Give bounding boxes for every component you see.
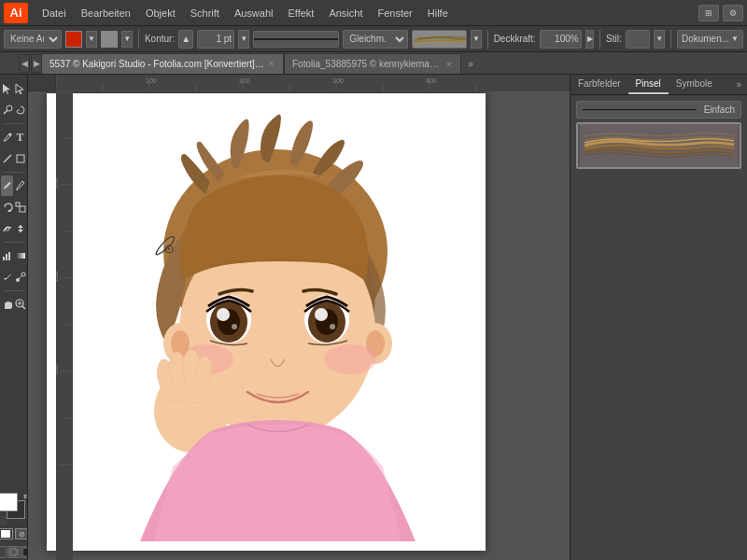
menu-bearbeiten[interactable]: Bearbeiten xyxy=(75,5,137,21)
svg-marker-2 xyxy=(16,84,23,94)
rect-tool[interactable] xyxy=(14,148,26,169)
svg-point-41 xyxy=(330,324,335,329)
opacity-arrow[interactable]: ▶ xyxy=(585,30,595,49)
svg-point-40 xyxy=(315,308,328,321)
tab-next-arrow[interactable]: ▶ xyxy=(31,54,42,73)
brush-dropdown-arrow[interactable]: ▼ xyxy=(471,30,482,49)
stroke-style-dropdown[interactable]: Gleichm. xyxy=(343,30,408,49)
gradient-tool[interactable] xyxy=(14,245,26,266)
color-mode-solid[interactable] xyxy=(0,528,13,539)
stroke-weight-arrow[interactable]: ▼ xyxy=(238,30,249,49)
stroke-weight-input[interactable] xyxy=(197,30,234,49)
fill-color-box[interactable] xyxy=(101,31,118,48)
ruler-corner xyxy=(28,75,56,91)
svg-text:200: 200 xyxy=(239,77,250,84)
eyedropper-tool[interactable] xyxy=(1,267,13,287)
brush-preview-bar[interactable] xyxy=(412,30,466,49)
tab-1[interactable]: 5537 © Kakigori Studio - Fotolia.com [Ko… xyxy=(41,53,284,74)
options-bar: Keine Auswahl ▼ ▼ Kontur: ▲ ▼ Gleichm. xyxy=(0,26,747,52)
svg-text:100: 100 xyxy=(146,77,157,84)
document-info[interactable]: Dokumen... ▼ xyxy=(677,30,743,49)
stil-arrow[interactable]: ▼ xyxy=(654,30,665,49)
right-panel: Farbfelder Pinsel Symbole » Einfach xyxy=(570,75,747,560)
normal-mode-btn[interactable] xyxy=(0,546,7,558)
ruler-vertical: 100 200 300 xyxy=(56,91,73,560)
panel-content: Einfach xyxy=(571,95,747,560)
document-label: Dokumen... xyxy=(682,34,729,44)
svg-rect-62 xyxy=(56,91,73,560)
type-tool[interactable]: T xyxy=(14,127,26,147)
svg-text:100: 100 xyxy=(56,177,59,189)
line-tool[interactable] xyxy=(1,148,13,169)
pen-tool[interactable] xyxy=(1,127,13,147)
panel-tabs-arrow[interactable]: » xyxy=(730,76,747,93)
svg-point-22 xyxy=(10,549,18,556)
svg-rect-10 xyxy=(16,203,20,206)
menu-bar: Ai Datei Bearbeiten Objekt Schrift Auswa… xyxy=(0,0,747,26)
select-tool[interactable] xyxy=(1,78,13,99)
brush-preview-hair[interactable] xyxy=(576,122,741,169)
tab-1-close[interactable]: ✕ xyxy=(268,59,275,68)
menu-effekt[interactable]: Effekt xyxy=(281,5,320,21)
stil-preview[interactable] xyxy=(626,30,650,49)
screen-mode-icon[interactable]: ⊞ xyxy=(698,5,719,21)
tab-prev-arrow[interactable]: ◀ xyxy=(19,54,30,73)
edit-mode-buttons xyxy=(0,546,28,558)
brush-entry-einfach[interactable]: Einfach xyxy=(576,101,741,119)
foreground-color-chip[interactable] xyxy=(0,493,18,511)
opacity-input[interactable] xyxy=(540,30,582,49)
svg-rect-7 xyxy=(17,155,24,162)
menu-auswahl[interactable]: Auswahl xyxy=(228,5,280,21)
menu-datei[interactable]: Datei xyxy=(35,5,73,21)
left-toolbar: T xyxy=(0,75,28,560)
workspace-icon[interactable]: ⚙ xyxy=(723,5,743,21)
menu-fenster[interactable]: Fenster xyxy=(371,5,418,21)
pencil-tool[interactable] xyxy=(14,175,26,196)
stroke-up-arrow[interactable]: ▲ xyxy=(179,34,192,44)
magic-wand-tool[interactable] xyxy=(1,100,13,120)
svg-point-36 xyxy=(232,324,237,329)
svg-text:300: 300 xyxy=(332,77,344,84)
svg-point-3 xyxy=(7,105,12,111)
menu-schrift[interactable]: Schrift xyxy=(184,5,226,21)
tab-2-close[interactable]: ✕ xyxy=(445,60,453,69)
stroke-color-box[interactable] xyxy=(65,31,82,48)
menu-objekt[interactable]: Objekt xyxy=(139,5,182,21)
color-mode-none[interactable]: ⊘ xyxy=(15,528,29,539)
reset-colors-icon[interactable]: ⬛ xyxy=(0,516,7,525)
svg-line-4 xyxy=(4,110,7,114)
rotate-tool[interactable] xyxy=(1,197,13,217)
svg-text:300: 300 xyxy=(56,364,59,375)
menu-ansicht[interactable]: Ansicht xyxy=(322,5,369,21)
stroke-style-preview[interactable] xyxy=(253,31,339,48)
paintbrush-tool[interactable] xyxy=(1,175,13,196)
svg-rect-47 xyxy=(56,75,570,91)
color-mode-chips: ⊘ xyxy=(0,528,28,539)
mask-mode-btn[interactable] xyxy=(7,546,20,558)
width-tool[interactable] xyxy=(14,218,26,239)
warp-tool[interactable] xyxy=(1,218,13,239)
ruler-horizontal: 100 200 300 400 xyxy=(56,75,570,91)
stil-label: Stil: xyxy=(606,34,622,44)
blend-tool[interactable] xyxy=(14,267,26,287)
direct-select-tool[interactable] xyxy=(14,78,26,99)
tab-2[interactable]: Fotolia_53885975 © kennykiernan - Fotoli… xyxy=(284,53,461,74)
lasso-tool[interactable] xyxy=(14,100,26,120)
panel-tab-symbole[interactable]: Symbole xyxy=(669,75,720,94)
selection-dropdown[interactable]: Keine Auswahl xyxy=(4,30,62,49)
scale-tool[interactable] xyxy=(14,197,26,217)
panel-tab-farbfelder[interactable]: Farbfelder xyxy=(571,75,628,94)
stroke-color-arrow[interactable]: ▼ xyxy=(86,31,97,48)
svg-rect-14 xyxy=(8,252,10,260)
menu-hilfe[interactable]: Hilfe xyxy=(421,5,455,21)
svg-rect-15 xyxy=(16,253,25,259)
tabs-overflow-btn[interactable]: » xyxy=(461,53,480,74)
zoom-tool[interactable] xyxy=(14,294,26,315)
fill-color-arrow[interactable]: ▼ xyxy=(121,31,133,48)
tab-2-label: Fotolia_53885975 © kennykiernan - Fotoli… xyxy=(292,59,442,69)
hand-tool[interactable] xyxy=(1,294,13,315)
graph-tool[interactable] xyxy=(1,245,13,266)
canvas-area[interactable]: 100 200 300 400 100 200 300 xyxy=(28,75,570,560)
panel-tab-pinsel[interactable]: Pinsel xyxy=(628,75,669,94)
fullscreen-mode-btn[interactable] xyxy=(21,546,28,558)
